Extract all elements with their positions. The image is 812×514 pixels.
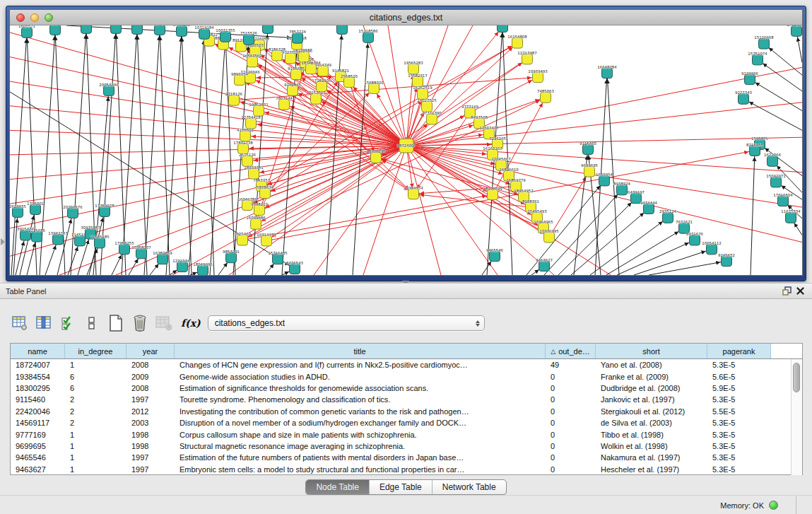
left-panel-collapse-handle[interactable] bbox=[1, 238, 5, 245]
svg-text:9242845: 9242845 bbox=[284, 83, 301, 87]
graph-node[interactable]: 9463627 bbox=[536, 258, 553, 271]
graph-node[interactable]: 9857791 bbox=[223, 250, 240, 263]
graph-node[interactable]: 11595014 bbox=[106, 25, 126, 33]
table-settings-button[interactable] bbox=[10, 314, 30, 332]
table-row[interactable]: 911546021997Tourette syndrome. Phenomeno… bbox=[11, 394, 802, 405]
float-panel-icon[interactable] bbox=[781, 286, 794, 297]
tab-edge-table[interactable]: Edge Table bbox=[370, 480, 433, 494]
graph-node[interactable]: 2620655 bbox=[10, 204, 26, 218]
graph-node[interactable]: 15751074 bbox=[748, 52, 767, 65]
scrollbar-thumb[interactable] bbox=[793, 363, 800, 392]
graph-node[interactable]: 15582317 bbox=[408, 74, 427, 87]
graph-node[interactable]: 9474444 bbox=[640, 201, 658, 214]
svg-text:16859779: 16859779 bbox=[506, 178, 526, 182]
graph-node[interactable]: 7485063 bbox=[537, 89, 554, 103]
graph-node[interactable]: 19384554 bbox=[404, 186, 423, 199]
network-table-select-value: citations_edges.txt bbox=[215, 318, 476, 328]
select-all-button[interactable] bbox=[58, 314, 78, 332]
graph-node[interactable]: 16099486 bbox=[246, 216, 266, 229]
graph-node[interactable]: 17181106 bbox=[312, 78, 331, 92]
svg-text:10719184: 10719184 bbox=[194, 25, 214, 30]
graph-node[interactable]: 20053346 bbox=[99, 83, 119, 96]
graph-node[interactable]: 11675334 bbox=[781, 210, 801, 223]
column-header-short[interactable]: short bbox=[596, 344, 707, 358]
graph-node[interactable]: 17016504 bbox=[773, 193, 793, 206]
column-header-pagerank[interactable]: pagerank bbox=[707, 344, 771, 358]
graph-node[interactable]: 9115460 bbox=[579, 141, 597, 155]
close-panel-icon[interactable] bbox=[794, 286, 806, 297]
select-columns-button[interactable] bbox=[34, 314, 54, 332]
memory-ok-icon[interactable] bbox=[769, 501, 778, 510]
graph-node[interactable]: 16648784 bbox=[597, 65, 617, 78]
graph-node[interactable]: 8466160 bbox=[173, 25, 191, 36]
table-row[interactable]: 1830029562008Estimation of significance … bbox=[11, 382, 802, 394]
column-header-indegree[interactable]: in_degree bbox=[65, 344, 126, 358]
svg-text:8108761: 8108761 bbox=[522, 199, 539, 204]
table-cell: 9465546 bbox=[11, 453, 65, 462]
graph-node[interactable]: 8813054 bbox=[334, 25, 351, 34]
graph-node[interactable]: 9245652 bbox=[718, 253, 735, 267]
deselect-all-button[interactable] bbox=[82, 314, 102, 332]
table-cell: Tibbo et al. (1998) bbox=[596, 431, 707, 439]
table-row[interactable]: 1456911722003Disruption of a novel membe… bbox=[11, 417, 802, 428]
new-column-button[interactable] bbox=[106, 314, 126, 332]
column-header-filler bbox=[771, 344, 802, 358]
graph-node[interactable]: 9465546 bbox=[486, 248, 504, 262]
table-row[interactable]: 2242004622012Investigating the contribut… bbox=[11, 406, 802, 417]
table-row[interactable]: 946362711997Embryonic stem cells: a mode… bbox=[11, 464, 802, 475]
delete-table-button[interactable] bbox=[154, 314, 174, 332]
citation-graph[interactable]: 1872400774658228860124891295415226058982… bbox=[10, 25, 802, 275]
function-builder-button[interactable]: f(x) bbox=[181, 317, 201, 329]
table-row[interactable]: 977716911998Corpus callosum shape and si… bbox=[11, 428, 802, 440]
graph-node[interactable]: 20206576 bbox=[63, 205, 83, 218]
graph-node[interactable]: 9129966 bbox=[741, 71, 759, 85]
graph-node[interactable]: 17831738 bbox=[233, 141, 253, 154]
graph-node[interactable]: 13942737 bbox=[48, 231, 67, 245]
graph-node[interactable]: 8471676 bbox=[686, 232, 704, 245]
svg-text:8497568: 8497568 bbox=[471, 115, 488, 119]
table-row[interactable]: 1872400712008Changes of HCN gene express… bbox=[11, 359, 802, 370]
table-row[interactable]: 969969511998Structural magnetic resonanc… bbox=[11, 440, 802, 452]
graph-node[interactable]: 20891406 bbox=[45, 25, 65, 35]
column-header-name[interactable]: name bbox=[11, 344, 65, 358]
graph-node[interactable]: 12505185 bbox=[90, 235, 109, 248]
vertical-scrollbar[interactable] bbox=[791, 359, 802, 475]
svg-text:10936995: 10936995 bbox=[539, 229, 558, 233]
network-canvas[interactable]: 1872400774658228860124891295415226058982… bbox=[10, 25, 802, 275]
graph-node[interactable]: 2935114 bbox=[659, 210, 677, 223]
graph-node[interactable]: 15126668 bbox=[754, 35, 774, 49]
network-table-select[interactable]: citations_edges.txt bbox=[208, 315, 485, 331]
table-row[interactable]: 1938455462009Genome-wide association stu… bbox=[11, 370, 802, 382]
graph-node[interactable]: 15218586 bbox=[358, 29, 378, 42]
column-header-title[interactable]: title bbox=[175, 344, 546, 358]
graph-node[interactable]: 12213987 bbox=[517, 51, 536, 64]
svg-text:16262519: 16262519 bbox=[413, 86, 433, 90]
graph-node[interactable]: 15688320 bbox=[364, 81, 384, 94]
table-cell: 2 bbox=[65, 395, 126, 404]
graph-node[interactable]: 16053803 bbox=[258, 25, 277, 33]
graph-node[interactable]: 20878642 bbox=[493, 25, 512, 32]
column-header-outde[interactable]: △out_de… bbox=[546, 344, 596, 358]
tab-node-table[interactable]: Node Table bbox=[306, 480, 370, 494]
tab-network-table[interactable]: Network Table bbox=[433, 480, 506, 494]
graph-node[interactable]: 10958107 bbox=[131, 245, 151, 259]
svg-text:15716485: 15716485 bbox=[268, 251, 287, 255]
svg-text:15692971: 15692971 bbox=[766, 174, 785, 178]
graph-node[interactable]: 18724007 bbox=[396, 139, 416, 153]
graph-node[interactable]: 19565283 bbox=[404, 61, 423, 74]
graph-node[interactable]: 1735001 bbox=[27, 201, 44, 215]
network-window-titlebar[interactable]: citations_edges.txt bbox=[10, 10, 802, 25]
table-row[interactable]: 946554611997Estimation of the future num… bbox=[11, 452, 802, 463]
table-toolbar: f(x) citations_edges.txt bbox=[10, 313, 485, 333]
svg-text:19384554: 19384554 bbox=[404, 186, 423, 190]
column-header-year[interactable]: year bbox=[126, 344, 175, 358]
svg-text:7857224: 7857224 bbox=[289, 30, 307, 34]
graph-node[interactable]: 1621064 bbox=[764, 153, 782, 166]
graph-node[interactable]: 17025630 bbox=[787, 25, 802, 36]
graph-node[interactable]: 15692971 bbox=[766, 174, 785, 187]
svg-text:7485063: 7485063 bbox=[537, 89, 554, 93]
graph-node[interactable]: 7803144 bbox=[276, 96, 293, 110]
graph-node[interactable]: 16154808 bbox=[507, 35, 527, 48]
delete-column-button[interactable] bbox=[130, 314, 150, 332]
network-window[interactable]: citations_edges.txt 18724007746582288601… bbox=[6, 6, 806, 281]
